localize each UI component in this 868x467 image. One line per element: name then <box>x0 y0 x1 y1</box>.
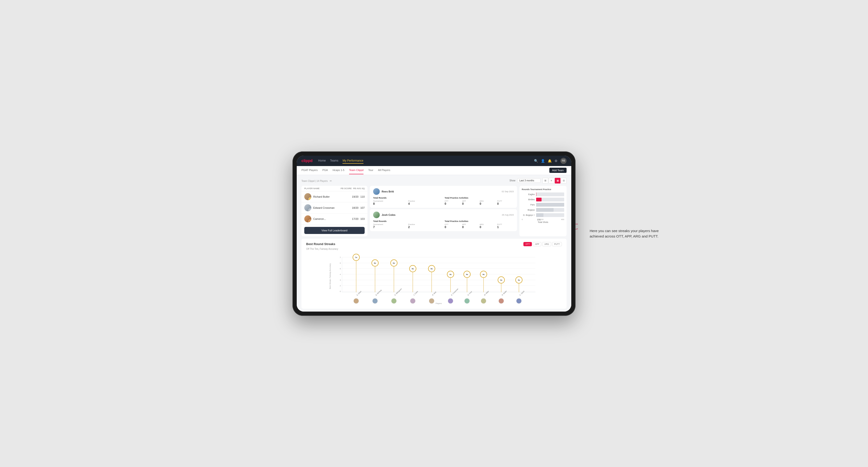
chart-bar-wrap: 499 <box>536 203 564 207</box>
rank-badge-3: 3 <box>309 220 311 222</box>
nav-home[interactable]: Home <box>318 158 326 164</box>
chart-bar-wrap: 131 <box>536 213 564 217</box>
svg-point-60 <box>429 299 434 304</box>
chart-bar-fill <box>536 198 541 201</box>
edit-icon[interactable]: ✏ <box>330 180 332 182</box>
stat-label-practice: Practice <box>408 223 442 225</box>
chart-bar-container: Eagles 3 Birdies <box>522 192 564 217</box>
player-card-josh-coles: Josh Coles 26 Aug 2023 Total Rounds Tour <box>370 209 517 231</box>
stat-label-tournament: Tournament <box>373 223 407 225</box>
streak-tabs: OTT APP ARG PUTT <box>523 242 562 246</box>
card-avatar <box>373 188 380 195</box>
chart-bar <box>536 213 564 217</box>
streak-tab-ott[interactable]: OTT <box>523 242 532 246</box>
stat-label-arg: ARG <box>480 223 496 225</box>
streak-chart-container: Best Streak, Fairway Accuracy <box>306 253 562 305</box>
period-select[interactable]: Last 3 months Last 6 months Last 12 mont… <box>517 178 540 183</box>
table-view-button[interactable]: ⊟ <box>561 178 566 184</box>
chart-x-label-0: 0 <box>522 218 523 220</box>
add-team-button[interactable]: Add Team <box>549 168 566 173</box>
player-cards-panel: Rees Britt 02 Sep 2023 Total Rounds Tour <box>370 186 517 236</box>
card-view-button[interactable]: ▦ <box>555 178 560 184</box>
list-view-button[interactable]: ≡ <box>549 178 554 184</box>
svg-text:4x: 4x <box>483 273 485 276</box>
player-info: 3 Cameron... <box>304 215 350 222</box>
svg-point-57 <box>372 299 378 304</box>
card-header: Josh Coles 26 Aug 2023 <box>373 212 514 218</box>
stat-label-ott: OTT <box>445 223 461 225</box>
streak-tab-arg[interactable]: ARG <box>542 242 551 246</box>
card-player-name[interactable]: Rees Britt <box>382 190 394 193</box>
stat-sub-cols-4: OTT 0 APP 0 ARG <box>445 200 514 206</box>
card-player-name[interactable]: Josh Coles <box>382 214 396 216</box>
nav-my-performance[interactable]: My Performance <box>342 158 363 164</box>
team-header: Team Clippd | 14 Players ✏ Show Last 3 m… <box>302 178 566 184</box>
player-info: 1 Richard Butler <box>304 193 350 200</box>
svg-text:0: 0 <box>340 290 341 292</box>
chart-row-double-bogeys: D. Bogeys + 131 <box>522 213 564 217</box>
svg-text:B. McHerg: B. McHerg <box>375 289 382 296</box>
chart-bar-fill <box>536 213 544 217</box>
avatar: 2 <box>304 204 311 211</box>
tab-tour[interactable]: Tour <box>368 166 373 174</box>
navbar: clippd Home Teams My Performance 🔍 👤 🔔 ⚙… <box>297 156 571 166</box>
search-icon[interactable]: 🔍 <box>534 159 538 163</box>
stat-label-practice: Practice <box>408 200 442 202</box>
tab-all-players[interactable]: All Players <box>378 166 390 174</box>
nav-actions: 🔍 👤 🔔 ⚙ RB <box>534 158 566 164</box>
lb-col-score: PB SCORE <box>340 187 352 190</box>
view-leaderboard-button[interactable]: View Full Leaderboard <box>304 227 365 234</box>
svg-text:Players: Players <box>436 302 442 305</box>
svg-text:R. Butler: R. Butler <box>501 290 507 296</box>
person-icon[interactable]: 👤 <box>541 159 545 163</box>
show-label: Show <box>509 179 516 182</box>
player-name[interactable]: Cameron... <box>313 217 326 220</box>
stat-value-arg: 0 <box>480 225 496 229</box>
svg-point-62 <box>464 299 470 304</box>
svg-text:2: 2 <box>340 285 341 287</box>
svg-point-59 <box>410 299 415 304</box>
player-pb-avg: 107 <box>361 206 365 209</box>
user-avatar[interactable]: RB <box>560 158 566 164</box>
svg-point-64 <box>499 299 504 304</box>
bell-icon[interactable]: 🔔 <box>548 159 552 163</box>
grid-view-button[interactable]: ⊞ <box>542 178 548 184</box>
content-columns: PLAYER NAME PB SCORE PB AVG SQ 1 <box>302 186 566 236</box>
tab-pgat-players[interactable]: PGAT Players <box>302 166 318 174</box>
avatar: 3 <box>304 215 311 222</box>
stat-label-putt: PUTT <box>497 200 514 202</box>
player-name[interactable]: Richard Butler <box>313 195 330 198</box>
player-pb-score: 17/20 <box>352 217 359 220</box>
svg-text:4: 4 <box>340 273 341 276</box>
leaderboard-header: PLAYER NAME PB SCORE PB AVG SQ <box>302 186 368 191</box>
streak-chart-svg: Best Streak, Fairway Accuracy <box>306 253 562 305</box>
svg-text:5x: 5x <box>431 268 433 270</box>
tab-hcaps[interactable]: Hcaps 1-5 <box>333 166 344 174</box>
player-name[interactable]: Edward Crossman <box>313 206 335 209</box>
chart-bar-wrap: 311 <box>536 208 564 212</box>
stat-value-ott: 0 <box>445 225 461 229</box>
streak-tab-app[interactable]: APP <box>533 242 541 246</box>
streaks-section: Best Round Streaks OTT APP ARG PUTT Off … <box>302 239 566 309</box>
stat-group-practice-activities: Total Practice Activities OTT 0 APP <box>445 197 514 206</box>
stat-label-app: APP <box>462 223 478 225</box>
nav-teams[interactable]: Teams <box>330 158 338 164</box>
chart-bar-fill <box>536 192 536 196</box>
svg-point-61 <box>448 299 453 304</box>
card-avatar <box>373 212 380 218</box>
stat-sub-cols-4: OTT 0 APP 0 ARG <box>445 223 514 229</box>
svg-text:3: 3 <box>340 279 341 281</box>
tab-pga[interactable]: PGA <box>322 166 328 174</box>
annotation-text: Here you can see streaks your players ha… <box>590 228 665 239</box>
tab-team-clippd[interactable]: Team Clippd <box>349 166 364 174</box>
streak-tab-putt[interactable]: PUTT <box>552 242 562 246</box>
stat-label-ott: OTT <box>445 200 461 202</box>
svg-point-56 <box>353 299 359 304</box>
card-stats: Total Rounds Tournament 7 Practice <box>373 220 514 229</box>
stat-group-rounds: Total Rounds Tournament 7 Practice <box>373 220 442 229</box>
settings-icon[interactable]: ⚙ <box>555 159 558 163</box>
chart-title: Rounds Tournament Practice <box>522 188 564 191</box>
card-date: 02 Sep 2023 <box>502 190 514 193</box>
card-date: 26 Aug 2023 <box>502 214 514 216</box>
chart-label-double-bogeys: D. Bogeys + <box>522 214 535 216</box>
